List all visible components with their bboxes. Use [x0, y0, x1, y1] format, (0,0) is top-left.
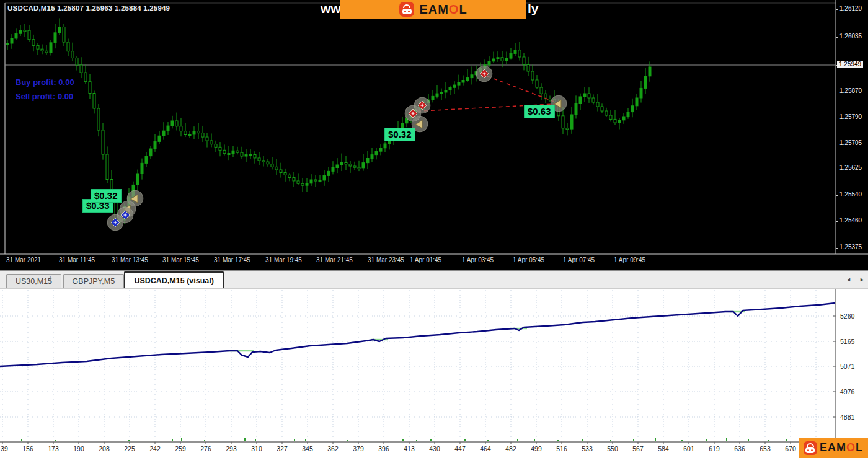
- time-axis-label: 31 Mar 15:45: [162, 257, 199, 263]
- chart-title: USDCAD,M15 1.25807 1.25963 1.25884 1.259…: [7, 4, 170, 12]
- graph-x-axis-label: 601: [683, 445, 694, 452]
- tab-separator: |: [50, 274, 51, 283]
- graph-x-axis-label: 293: [226, 445, 237, 452]
- robot-eye: [811, 449, 813, 451]
- equity-curve-canvas[interactable]: [0, 288, 868, 458]
- graph-x-axis-label: 499: [531, 445, 542, 452]
- graph-x-axis-label: 636: [734, 445, 745, 452]
- graph-x-axis-label: 310: [251, 445, 262, 452]
- watermark-text-left: ww: [321, 1, 341, 16]
- candlestick-canvas[interactable]: [0, 0, 868, 270]
- price-axis-tick: [836, 169, 838, 169]
- brand-text: EAM: [820, 441, 846, 454]
- robot-antenna: [403, 4, 410, 8]
- graph-x-axis-label: 533: [582, 445, 593, 452]
- price-axis-tick: [836, 248, 838, 249]
- graph-x-axis-label: 156: [22, 445, 33, 452]
- watermark-text-right: ly: [528, 1, 539, 16]
- time-axis-label: 1 Apr 07:45: [563, 257, 595, 263]
- backtest-graph-panel: 5260516550714976488113915617319020822524…: [0, 288, 868, 458]
- graph-x-axis-label: 345: [302, 445, 313, 452]
- tab-usdcad-m15-visual[interactable]: USDCAD,M15 (visual): [124, 271, 224, 288]
- tab-scroll-left-button[interactable]: ◄: [846, 276, 851, 283]
- brand-text: L: [856, 441, 863, 454]
- robot-face: [805, 447, 815, 453]
- price-axis-label: 1.25870: [839, 87, 862, 94]
- price-axis-tick: [836, 221, 838, 222]
- graph-x-axis-label: 670: [785, 445, 796, 452]
- brand-text-o: O: [449, 2, 459, 16]
- graph-y-axis-label: 5071: [840, 363, 854, 370]
- sell-profit-label: Sell profit: 0.00: [16, 92, 73, 101]
- current-price-tag: 1.25949: [837, 61, 863, 68]
- graph-x-axis-label: 619: [709, 445, 720, 452]
- graph-x-axis-label: 208: [99, 445, 110, 452]
- price-axis-label: 1.25790: [839, 113, 862, 120]
- graph-y-axis-label: 5260: [840, 312, 854, 320]
- robot-face: [402, 9, 412, 14]
- eamol-robot-icon: [804, 441, 817, 455]
- time-axis-label: 31 Mar 23:45: [368, 257, 404, 263]
- graph-x-axis-label: 584: [658, 445, 669, 452]
- tab-gbpjpy-m5[interactable]: GBPJPY,M5: [63, 274, 125, 288]
- trade-profit-badge: $0.32: [91, 189, 122, 203]
- price-axis-label: 1.26035: [839, 33, 862, 40]
- price-axis-label: 1.25625: [839, 164, 862, 171]
- graph-x-axis-label: 550: [607, 445, 618, 452]
- time-axis-label: 31 Mar 19:45: [265, 257, 302, 263]
- graph-x-axis-label: 276: [200, 445, 211, 452]
- graph-x-axis-label: 516: [556, 445, 567, 452]
- graph-y-axis-label: 5165: [840, 338, 854, 345]
- price-chart-panel: USDCAD,M15 1.25807 1.25963 1.25884 1.259…: [0, 0, 868, 270]
- eamol-robot-icon: [399, 2, 414, 17]
- tab-scroll-right-button[interactable]: ►: [859, 276, 865, 283]
- robot-eye: [404, 11, 406, 12]
- time-axis-label: 1 Apr 03:45: [462, 257, 494, 263]
- price-axis-tick: [836, 195, 838, 196]
- price-axis-tick: [836, 9, 838, 10]
- robot-antenna: [807, 443, 814, 447]
- price-axis-tick: [836, 144, 838, 144]
- price-axis-tick: [836, 37, 838, 38]
- trade-profit-badge: $0.32: [384, 128, 415, 141]
- brand-text: EAM: [419, 2, 448, 16]
- brand-text: L: [459, 2, 467, 16]
- time-axis-label: 1 Apr 05:45: [513, 257, 544, 263]
- brand-text-o: O: [846, 441, 856, 454]
- eamol-wordmark: EAMOL: [820, 441, 863, 454]
- graph-x-axis-label: 259: [175, 445, 186, 452]
- price-axis-tick: [836, 118, 838, 118]
- price-axis-label: 1.25540: [839, 191, 862, 198]
- price-axis-label: 1.25705: [839, 139, 862, 146]
- tab-us30-m15[interactable]: US30,M15: [6, 274, 61, 288]
- graph-x-axis-label: 567: [632, 445, 644, 452]
- time-axis-label: 31 Mar 11:45: [59, 257, 95, 263]
- eamol-banner: EAMOL: [340, 0, 526, 19]
- graph-x-axis-label: 653: [760, 445, 771, 452]
- time-axis-label: 31 Mar 2021: [6, 257, 41, 263]
- time-axis-label: 1 Apr 01:45: [410, 257, 441, 263]
- price-axis-label: 1.25460: [839, 217, 862, 224]
- graph-x-axis-label: 327: [277, 445, 288, 452]
- trade-profit-badge: $0.63: [524, 105, 555, 118]
- price-axis-label: 1.25375: [839, 244, 862, 250]
- graph-x-axis-label: 190: [73, 445, 84, 452]
- robot-eye: [408, 11, 410, 12]
- graph-x-axis-label: 173: [48, 445, 59, 452]
- robot-eye: [807, 449, 809, 451]
- graph-x-axis-label: 379: [353, 445, 364, 452]
- graph-x-axis-label: 362: [327, 445, 339, 452]
- graph-x-axis-label: 413: [404, 445, 415, 452]
- graph-x-axis-label: 139: [0, 445, 8, 452]
- eamol-logo: EAMOL: [799, 438, 868, 458]
- graph-x-axis-label: 482: [505, 445, 516, 452]
- time-axis-label: 1 Apr 09:45: [614, 257, 645, 263]
- graph-x-axis-label: 464: [480, 445, 491, 452]
- time-axis-label: 31 Mar 13:45: [112, 257, 148, 263]
- graph-y-axis-label: 4976: [840, 388, 854, 395]
- price-axis-label: 1.26120: [839, 5, 862, 12]
- time-axis-label: 31 Mar 21:45: [316, 257, 353, 263]
- graph-y-axis-label: 4881: [840, 413, 854, 421]
- eamol-wordmark: EAMOL: [419, 2, 467, 17]
- graph-x-axis-label: 396: [378, 445, 389, 452]
